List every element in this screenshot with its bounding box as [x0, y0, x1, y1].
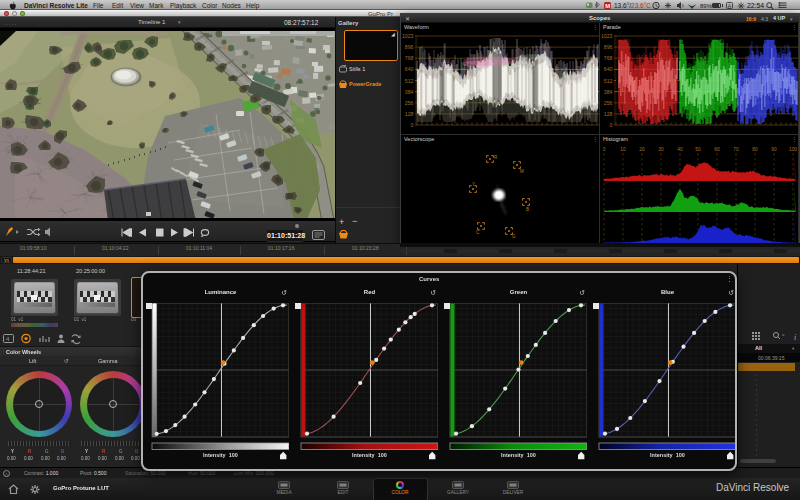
- svg-text:768: 768: [405, 55, 414, 61]
- svg-text:i: i: [794, 333, 796, 342]
- svg-text:512: 512: [405, 78, 414, 84]
- svg-text:40: 40: [677, 147, 683, 152]
- svg-text:10: 10: [620, 147, 626, 152]
- svg-text:60: 60: [714, 147, 720, 152]
- svg-text:4: 4: [6, 336, 10, 342]
- svg-text:1023: 1023: [402, 33, 414, 39]
- svg-text:30: 30: [658, 147, 664, 152]
- svg-text:100: 100: [789, 147, 797, 152]
- svg-text:Y: Y: [472, 182, 475, 187]
- svg-text:640: 640: [604, 66, 613, 72]
- svg-text:G: G: [512, 234, 516, 239]
- svg-text:M: M: [605, 3, 610, 9]
- svg-text:640: 640: [405, 66, 414, 72]
- svg-text:0: 0: [610, 122, 613, 128]
- svg-text:128: 128: [405, 111, 414, 117]
- svg-text:256: 256: [604, 100, 613, 106]
- svg-text:80: 80: [752, 147, 758, 152]
- svg-text:1023: 1023: [601, 33, 613, 39]
- svg-text:896: 896: [405, 44, 414, 50]
- svg-text:0: 0: [603, 147, 606, 152]
- svg-text:0: 0: [411, 122, 414, 128]
- svg-text:90: 90: [771, 147, 777, 152]
- svg-text:896: 896: [604, 44, 613, 50]
- svg-text:B: B: [526, 207, 529, 212]
- svg-text:256: 256: [405, 100, 414, 106]
- svg-text:70: 70: [733, 147, 739, 152]
- svg-text:M: M: [520, 169, 524, 174]
- svg-text:384: 384: [604, 89, 613, 95]
- svg-text:384: 384: [405, 89, 414, 95]
- svg-text:768: 768: [604, 55, 613, 61]
- svg-text:50: 50: [695, 147, 701, 152]
- svg-text:89%: 89%: [700, 3, 712, 9]
- svg-text:20: 20: [639, 147, 645, 152]
- svg-text:128: 128: [604, 111, 613, 117]
- svg-text:512: 512: [604, 78, 613, 84]
